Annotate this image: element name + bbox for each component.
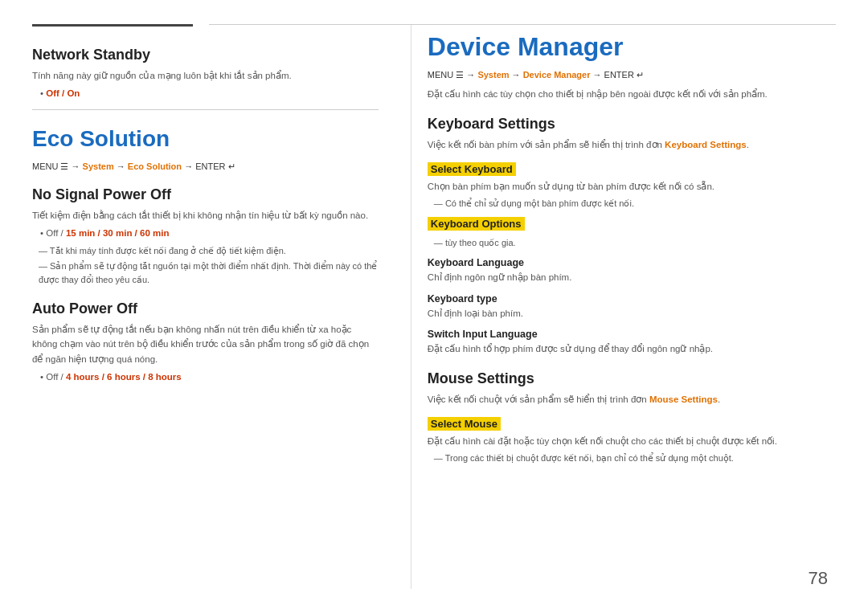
no-signal-body: Tiết kiệm điện bằng cách tắt thiết bị kh…: [32, 208, 379, 223]
select-mouse-body: Đặt cấu hình cài đặt hoặc tùy chọn kết n…: [428, 434, 836, 448]
top-border-accent: [32, 24, 193, 27]
no-signal-note1: Tắt khi máy tính được kết nối đang ở chế…: [32, 244, 379, 258]
device-menu-section: Device Manager: [523, 70, 591, 80]
mouse-settings-section: Mouse Settings Việc kết nối chuột với sả…: [428, 370, 836, 464]
switch-input-body: Đặt cấu hình tổ hợp phím được sử dụng để…: [428, 341, 836, 356]
auto-power-options-list: Off / 4 hours / 6 hours / 8 hours: [32, 370, 379, 384]
network-option-value: Off / On: [46, 88, 80, 98]
keyboard-type-block: Keyboard type Chỉ định loại bàn phím.: [428, 293, 836, 321]
network-standby-section: Network Standby Tính năng này giữ nguồn …: [32, 47, 379, 101]
select-keyboard-label: Select Keyboard: [428, 162, 516, 176]
no-signal-section: No Signal Power Off Tiết kiệm điện bằng …: [32, 186, 379, 286]
select-keyboard-body: Chọn bàn phím bạn muốn sử dụng từ bàn ph…: [428, 179, 836, 194]
switch-input-block: Switch Input Language Đặt cấu hình tổ hợ…: [428, 329, 836, 356]
keyboard-language-block: Keyboard Language Chỉ định ngôn ngữ nhập…: [428, 257, 836, 284]
keyboard-settings-title: Keyboard Settings: [428, 116, 836, 133]
keyboard-language-title: Keyboard Language: [428, 257, 836, 268]
network-standby-body: Tính năng này giữ nguồn của mạng luôn bậ…: [32, 68, 379, 83]
device-manager-title: Device Manager: [428, 32, 836, 62]
keyboard-language-body: Chỉ định ngôn ngữ nhập bàn phím.: [428, 270, 836, 284]
auto-power-title: Auto Power Off: [32, 300, 379, 317]
menu-icon: MENU ☰: [32, 161, 68, 171]
auto-power-section: Auto Power Off Sản phẩm sẽ tự động tắt n…: [32, 300, 379, 385]
eco-solution-section: Eco Solution MENU ☰ → System → Eco Solut…: [32, 126, 379, 385]
switch-input-title: Switch Input Language: [428, 329, 836, 340]
no-signal-off: Off /: [46, 228, 66, 238]
select-keyboard-block: Select Keyboard Chọn bàn phím bạn muốn s…: [428, 156, 836, 210]
device-manager-body: Đặt cấu hình các tùy chọn cho thiết bị n…: [428, 87, 836, 101]
auto-power-options: Off / 4 hours / 6 hours / 8 hours: [40, 370, 379, 384]
no-signal-note2: Sản phẩm sẽ tự động tắt nguồn tại một th…: [32, 260, 379, 286]
select-mouse-block: Select Mouse Đặt cấu hình cài đặt hoặc t…: [428, 411, 836, 465]
mouse-settings-body-prefix: Việc kết nối chuột với sản phẩm sẽ hiển …: [428, 394, 649, 404]
keyboard-options-block: Keyboard Options tùy theo quốc gia.: [428, 210, 836, 250]
top-border-line: [209, 24, 836, 25]
device-menu-path: MENU ☰ → System → Device Manager → ENTER…: [428, 70, 836, 80]
mouse-settings-body: Việc kết nối chuột với sản phẩm sẽ hiển …: [428, 392, 836, 407]
network-standby-options: Off / On: [32, 86, 379, 100]
keyboard-settings-body: Việc kết nối bàn phím với sản phẩm sẽ hi…: [428, 137, 836, 152]
keyboard-options-label: Keyboard Options: [428, 217, 525, 231]
network-standby-option: Off / On: [40, 86, 379, 100]
keyboard-settings-link: Keyboard Settings: [665, 140, 747, 149]
network-standby-title: Network Standby: [32, 47, 379, 63]
keyboard-settings-body-prefix: Việc kết nối bàn phím với sản phẩm sẽ hi…: [428, 140, 665, 149]
mouse-settings-link: Mouse Settings: [649, 394, 718, 404]
left-column: Network Standby Tính năng này giữ nguồn …: [32, 24, 411, 589]
menu-system: System: [83, 161, 114, 171]
eco-menu-path: MENU ☰ → System → Eco Solution → ENTER ↵: [32, 161, 379, 172]
keyboard-options-note: tùy theo quốc gia.: [428, 236, 836, 250]
no-signal-title: No Signal Power Off: [32, 186, 379, 203]
select-mouse-note: Trong các thiết bị chuột được kết nối, b…: [428, 452, 836, 465]
no-signal-options-list: Off / 15 min / 30 min / 60 min: [32, 226, 379, 240]
keyboard-type-body: Chỉ định loại bàn phím.: [428, 306, 836, 321]
select-keyboard-note: Có thể chỉ sử dụng một bàn phím được kết…: [428, 197, 836, 210]
eco-solution-title: Eco Solution: [32, 126, 379, 152]
right-column: Device Manager MENU ☰ → System → Device …: [411, 24, 836, 589]
select-mouse-label: Select Mouse: [428, 417, 501, 431]
no-signal-options: Off / 15 min / 30 min / 60 min: [40, 226, 379, 240]
mouse-settings-title: Mouse Settings: [428, 370, 836, 387]
auto-power-body: Sản phẩm sẽ tự động tắt nếu bạn không nh…: [32, 322, 379, 366]
keyboard-settings-section: Keyboard Settings Việc kết nối bàn phím …: [428, 116, 836, 356]
device-menu-icon: MENU ☰: [428, 70, 464, 80]
page-number: 78: [809, 568, 828, 589]
menu-eco-section: Eco Solution: [128, 161, 182, 171]
device-menu-system: System: [477, 70, 509, 80]
keyboard-type-title: Keyboard type: [428, 293, 836, 304]
divider-eco: [32, 109, 379, 110]
auto-off: Off /: [46, 372, 66, 382]
